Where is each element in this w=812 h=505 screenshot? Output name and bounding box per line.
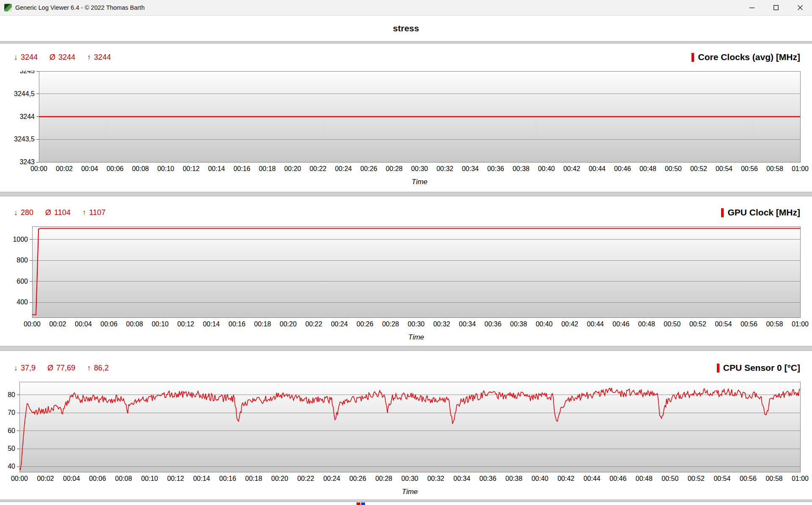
svg-text:00:04: 00:04 <box>75 320 92 328</box>
series-stats: ↓37,9 Ø77,69 ↑86,2 <box>14 364 109 373</box>
svg-text:00:34: 00:34 <box>462 165 479 172</box>
series-stats: ↓3244 Ø3244 ↑3244 <box>14 53 111 62</box>
svg-text:00:22: 00:22 <box>297 475 314 482</box>
legend-marker-red <box>357 502 360 505</box>
svg-text:00:46: 00:46 <box>614 165 631 172</box>
svg-text:00:14: 00:14 <box>193 475 210 482</box>
svg-text:00:34: 00:34 <box>459 320 476 328</box>
svg-text:00:36: 00:36 <box>487 165 504 172</box>
svg-text:00:44: 00:44 <box>589 165 606 172</box>
svg-text:00:30: 00:30 <box>408 320 425 328</box>
svg-text:00:56: 00:56 <box>741 320 757 328</box>
svg-text:00:58: 00:58 <box>766 320 783 328</box>
legend: GPU Clock [MHz] <box>721 207 800 218</box>
panel-head: ↓280 Ø1104 ↑1107 GPU Clock [MHz] <box>0 196 812 226</box>
svg-text:00:12: 00:12 <box>183 165 200 172</box>
svg-text:00:12: 00:12 <box>177 320 194 328</box>
svg-text:00:06: 00:06 <box>107 165 123 172</box>
chart-canvas[interactable]: 807060504000:0000:0200:0400:0600:0800:10… <box>0 381 812 486</box>
svg-text:00:12: 00:12 <box>167 475 184 482</box>
x-axis-label: Time <box>39 177 800 187</box>
close-button[interactable] <box>788 0 812 15</box>
minimize-button[interactable] <box>740 0 764 15</box>
svg-text:00:52: 00:52 <box>688 475 705 482</box>
min-arrow-icon: ↓ <box>14 208 18 217</box>
svg-text:00:00: 00:00 <box>24 320 41 328</box>
svg-text:00:54: 00:54 <box>713 475 730 482</box>
svg-text:00:02: 00:02 <box>37 475 54 482</box>
max-arrow-icon: ↑ <box>87 364 91 373</box>
min-arrow-icon: ↓ <box>14 364 18 373</box>
svg-text:00:44: 00:44 <box>587 320 604 328</box>
legend-marker <box>717 364 719 373</box>
svg-text:00:24: 00:24 <box>331 320 348 328</box>
svg-text:00:50: 00:50 <box>664 320 680 328</box>
svg-text:00:42: 00:42 <box>557 475 574 482</box>
svg-text:40: 40 <box>8 463 15 470</box>
legend: CPU Sensor 0 [°C] <box>717 363 800 373</box>
legend-marker <box>721 208 724 217</box>
stat-min: ↓3244 <box>14 53 38 62</box>
chart-canvas[interactable]: 32453244,532443243,5324300:0000:0200:040… <box>0 71 812 176</box>
stat-max: ↑3244 <box>87 53 111 62</box>
svg-text:00:08: 00:08 <box>132 165 149 172</box>
stat-max-value: 3244 <box>94 53 111 62</box>
max-arrow-icon: ↑ <box>87 53 91 62</box>
max-arrow-icon: ↑ <box>82 208 86 217</box>
svg-text:3243: 3243 <box>19 158 35 166</box>
stat-max-value: 1107 <box>89 208 106 217</box>
svg-text:01:00: 01:00 <box>792 475 809 482</box>
svg-text:00:48: 00:48 <box>639 165 656 172</box>
svg-text:00:28: 00:28 <box>386 165 403 172</box>
svg-text:00:38: 00:38 <box>505 475 522 482</box>
series-stats: ↓280 Ø1104 ↑1107 <box>14 208 106 217</box>
svg-text:00:50: 00:50 <box>661 475 678 482</box>
stat-max: ↑1107 <box>82 208 106 217</box>
svg-text:01:00: 01:00 <box>792 165 809 172</box>
svg-text:00:50: 00:50 <box>665 165 682 172</box>
svg-text:00:20: 00:20 <box>271 475 288 482</box>
avg-symbol-icon: Ø <box>49 53 55 62</box>
svg-text:00:38: 00:38 <box>513 165 529 172</box>
svg-text:1000: 1000 <box>13 236 28 243</box>
svg-text:00:34: 00:34 <box>453 475 470 482</box>
svg-text:00:44: 00:44 <box>584 475 601 482</box>
svg-text:00:10: 00:10 <box>152 320 169 328</box>
app-icon <box>4 4 12 11</box>
stat-max-value: 86,2 <box>94 364 109 373</box>
stat-min-value: 280 <box>21 208 33 217</box>
svg-text:00:40: 00:40 <box>538 165 555 172</box>
minimize-icon <box>749 5 755 11</box>
legend-label: CPU Sensor 0 [°C] <box>723 363 800 373</box>
svg-text:00:54: 00:54 <box>716 165 732 172</box>
svg-text:00:18: 00:18 <box>254 320 271 328</box>
svg-text:3244: 3244 <box>19 113 35 120</box>
svg-text:00:18: 00:18 <box>259 165 276 172</box>
window-controls <box>740 0 812 15</box>
svg-text:00:48: 00:48 <box>638 320 655 328</box>
svg-text:600: 600 <box>16 278 28 285</box>
maximize-button[interactable] <box>764 0 788 15</box>
svg-text:00:06: 00:06 <box>101 320 118 328</box>
svg-text:00:54: 00:54 <box>715 320 732 328</box>
svg-text:00:14: 00:14 <box>208 165 225 172</box>
stat-min-value: 3244 <box>21 53 38 62</box>
svg-text:00:32: 00:32 <box>433 320 450 328</box>
svg-text:00:56: 00:56 <box>740 475 757 482</box>
svg-text:3243,5: 3243,5 <box>14 135 35 143</box>
chart-canvas[interactable]: 100080060040000:0000:0200:0400:0600:0800… <box>0 226 812 331</box>
stat-min: ↓280 <box>14 208 33 217</box>
legend-marker-blue <box>361 502 365 505</box>
svg-text:00:38: 00:38 <box>510 320 527 328</box>
svg-text:00:40: 00:40 <box>532 475 549 482</box>
svg-text:70: 70 <box>8 409 15 416</box>
svg-text:00:14: 00:14 <box>203 320 220 328</box>
svg-text:80: 80 <box>8 391 15 398</box>
svg-text:00:52: 00:52 <box>690 165 707 172</box>
chart-panel-cpu-sensor: ↓37,9 Ø77,69 ↑86,2 CPU Sensor 0 [°C] 807… <box>0 350 812 500</box>
svg-text:00:16: 00:16 <box>233 165 250 172</box>
svg-text:00:04: 00:04 <box>81 165 98 172</box>
stat-avg-value: 1104 <box>54 208 71 217</box>
stat-avg: Ø3244 <box>49 53 75 62</box>
svg-text:00:08: 00:08 <box>115 475 132 482</box>
